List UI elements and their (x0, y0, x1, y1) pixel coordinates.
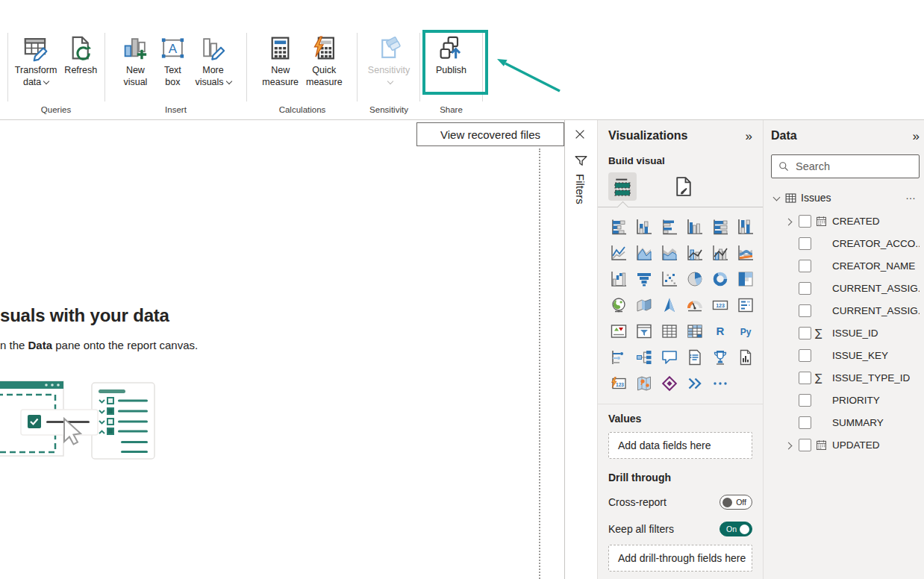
visual-icon-filled-map[interactable] (634, 295, 655, 316)
chevron-right-icon[interactable] (785, 218, 793, 225)
visual-icon-get-more-visuals[interactable] (710, 373, 731, 394)
filters-pane-collapsed[interactable]: Filters (564, 120, 597, 579)
close-icon[interactable] (571, 125, 589, 143)
visual-icon-key-influencers[interactable] (608, 347, 629, 368)
field-label: UPDATED (832, 439, 880, 451)
visual-icon-matrix[interactable] (684, 321, 705, 342)
visual-icon-multi-row-card[interactable] (735, 295, 756, 316)
field-checkbox[interactable] (799, 349, 811, 362)
field-row-summary[interactable]: SUMMARY (771, 411, 920, 434)
visual-icon-pie-chart[interactable] (684, 269, 705, 290)
field-row-creator-name[interactable]: CREATOR_NAME (771, 254, 920, 277)
field-checkbox[interactable] (799, 372, 811, 384)
visual-icon-power-apps[interactable] (659, 373, 680, 394)
cross-report-toggle[interactable]: Off (719, 495, 752, 510)
field-row-current-assig[interactable]: CURRENT_ASSIG... (771, 277, 920, 299)
visual-icon-table[interactable] (659, 321, 680, 342)
visual-icon-area-chart[interactable] (634, 242, 655, 263)
data-pane: Data » Issues … CREATEDCREATOR_ACCO...CR… (763, 120, 924, 579)
visual-icon-power-apps-card[interactable]: 123 (608, 373, 629, 394)
visual-icon-python-visual[interactable]: Py (735, 321, 756, 342)
ribbon-item-new-visual[interactable]: Newvisual (117, 33, 153, 88)
ribbon-item-label: Sensitivity (368, 65, 410, 88)
field-checkbox[interactable] (799, 237, 811, 250)
visual-icon-clustered-column-chart[interactable] (684, 216, 705, 237)
ribbon-item-sensitivity[interactable]: Sensitivity (365, 33, 413, 88)
ribbon-item-refresh[interactable]: Refresh (61, 33, 100, 88)
visual-icon-kpi[interactable] (608, 321, 629, 342)
visual-icon-line-chart[interactable] (608, 242, 629, 263)
canvas-page-edge (539, 148, 540, 579)
visual-icon-scatter-chart[interactable] (659, 269, 680, 290)
sensitivity-icon (374, 33, 404, 63)
visual-icon-line-and-clustered-column-chart[interactable] (710, 242, 731, 263)
field-checkbox[interactable] (799, 394, 811, 407)
tab-format-visual[interactable] (669, 172, 698, 201)
visual-icon-slicer[interactable] (634, 321, 655, 342)
visual-icon-azure-map[interactable] (659, 295, 680, 316)
visual-icon-clustered-bar-chart[interactable] (659, 216, 680, 237)
visual-icon-funnel-chart[interactable] (634, 269, 655, 290)
drill-through-field-well[interactable]: Add drill-through fields here (608, 545, 752, 572)
tab-build-visual[interactable] (608, 172, 637, 201)
visual-icon-decomposition-tree[interactable] (634, 347, 655, 368)
collapse-pane-icon[interactable]: » (746, 130, 752, 143)
field-row-created[interactable]: CREATED (771, 210, 920, 232)
new-visual-icon (120, 33, 150, 63)
field-row-priority[interactable]: PRIORITY (771, 389, 920, 411)
field-row-issue-id[interactable]: ∑ISSUE_ID (771, 322, 920, 344)
search-box[interactable] (771, 154, 920, 178)
visual-icon-waterfall-chart[interactable] (608, 269, 629, 290)
table-issues[interactable]: Issues … (771, 190, 920, 206)
visual-icon-hundred-stacked-column-chart[interactable] (735, 216, 756, 237)
collapse-pane-icon[interactable]: » (913, 130, 920, 143)
field-label: CREATED (832, 216, 880, 227)
filter-funnel-icon[interactable] (573, 153, 589, 169)
visual-icon-paginated-report[interactable] (735, 347, 756, 368)
field-checkbox[interactable] (799, 282, 811, 295)
field-row-issue-key[interactable]: ISSUE_KEY (771, 344, 920, 366)
visual-icon-hundred-stacked-bar-chart[interactable] (710, 216, 731, 237)
visual-icon-line-and-stacked-column-chart[interactable] (684, 242, 705, 263)
visual-icon-stacked-bar-chart[interactable] (608, 216, 629, 237)
visual-icon-treemap[interactable] (735, 269, 756, 290)
visual-icon-ribbon-chart[interactable] (735, 242, 756, 263)
field-row-creator-acco[interactable]: CREATOR_ACCO... (771, 232, 920, 254)
ribbon-item-text-box[interactable]: ATextbox (154, 33, 190, 88)
visual-icon-arcgis-map[interactable] (634, 373, 655, 394)
visual-icon-stacked-column-chart[interactable] (634, 216, 655, 237)
visual-icon-r-script-visual[interactable]: R (710, 321, 731, 342)
values-field-well[interactable]: Add data fields here (608, 432, 752, 459)
ribbon-item-new-measure[interactable]: Newmeasure (259, 33, 302, 88)
field-row-issue-type-id[interactable]: ∑ISSUE_TYPE_ID (771, 366, 920, 389)
field-checkbox[interactable] (799, 304, 811, 317)
visual-icon-map[interactable] (608, 295, 629, 316)
chevron-down-icon[interactable] (773, 193, 781, 201)
visual-icon-card[interactable]: 123 (710, 295, 731, 316)
visual-icon-metrics[interactable] (710, 347, 731, 368)
visual-icon-gauge[interactable] (684, 295, 705, 316)
ribbon-item-quick-measure[interactable]: Quickmeasure (303, 33, 346, 88)
field-checkbox[interactable] (799, 439, 811, 451)
search-input[interactable] (794, 160, 913, 173)
field-checkbox[interactable] (799, 215, 811, 228)
ribbon-item-publish[interactable]: Publish (433, 33, 469, 77)
field-checkbox[interactable] (799, 327, 811, 339)
ribbon-item-transform-data[interactable]: Transformdata (12, 33, 60, 88)
more-options-icon[interactable]: … (905, 190, 917, 201)
visual-icon-donut-chart[interactable] (710, 269, 731, 290)
visual-icon-smart-narrative[interactable] (684, 347, 705, 368)
field-checkbox[interactable] (799, 416, 811, 429)
field-row-current-assig[interactable]: CURRENT_ASSIG... (771, 299, 920, 322)
chevron-right-icon[interactable] (785, 442, 793, 449)
field-row-updated[interactable]: UPDATED (771, 434, 920, 456)
keep-all-filters-toggle[interactable]: On (719, 522, 752, 536)
view-recovered-files-button[interactable]: View recovered files (416, 122, 564, 146)
visual-icon-power-automate[interactable] (684, 373, 705, 394)
visual-icon-q-and-a[interactable] (659, 347, 680, 368)
ribbon-item-more-visuals[interactable]: Morevisuals (192, 33, 234, 88)
field-checkbox[interactable] (799, 260, 811, 272)
ribbon-item-label: Quickmeasure (306, 65, 343, 88)
report-canvas[interactable]: suals with your data n the Data pane ont… (0, 120, 564, 579)
visual-icon-stacked-area-chart[interactable] (659, 242, 680, 263)
